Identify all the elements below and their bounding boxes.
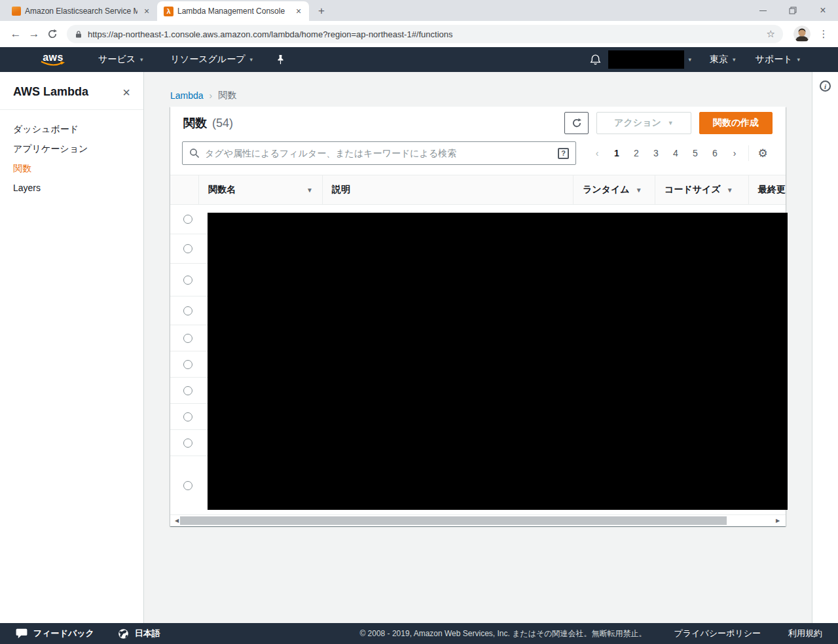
secure-lock-icon: [75, 30, 82, 39]
row-radio-button[interactable]: [183, 306, 192, 315]
breadcrumb-current: 関数: [218, 90, 236, 101]
page-button-1[interactable]: 1: [607, 148, 627, 158]
aws-nav-bar: aws サービス ▾ リソースグループ ▾ ▾ 東京 ▾ サポート: [0, 47, 838, 72]
chevron-down-icon[interactable]: ▾: [688, 56, 691, 63]
actions-dropdown-button[interactable]: アクション ▼: [596, 112, 691, 134]
window-minimize-button[interactable]: [748, 0, 778, 21]
privacy-policy-link[interactable]: プライバシーポリシー: [674, 628, 761, 639]
elasticsearch-favicon-icon: [12, 7, 21, 16]
bookmark-star-icon[interactable]: ☆: [767, 28, 775, 40]
new-tab-button[interactable]: +: [313, 3, 330, 20]
language-selector[interactable]: 日本語: [118, 628, 160, 639]
chevron-down-icon: ▼: [668, 120, 674, 126]
copyright-text: © 2008 - 2019, Amazon Web Services, Inc.…: [359, 628, 646, 639]
breadcrumb-lambda-link[interactable]: Lambda: [170, 90, 204, 101]
browser-toolbar: ← → ☆ ⋮: [0, 21, 838, 47]
row-radio-button[interactable]: [183, 215, 192, 224]
sort-down-icon[interactable]: ▼: [306, 187, 313, 194]
column-description: 説明: [322, 175, 573, 204]
column-function-name[interactable]: 関数名 ▼: [198, 175, 322, 204]
tab-close-icon[interactable]: ×: [141, 6, 152, 16]
nav-resource-groups-menu[interactable]: リソースグループ ▾: [171, 54, 253, 65]
nav-support-label: サポート: [755, 54, 792, 65]
sidebar-item-applications[interactable]: アプリケーション: [0, 139, 143, 158]
minimize-icon: [759, 7, 767, 14]
forward-button[interactable]: →: [25, 25, 43, 43]
create-function-button[interactable]: 関数の作成: [699, 112, 773, 134]
notifications-bell-button[interactable]: [589, 54, 602, 66]
redacted-table-content: [208, 213, 788, 510]
tab-close-icon[interactable]: ×: [293, 6, 304, 16]
row-radio-button[interactable]: [183, 334, 192, 343]
refresh-button[interactable]: [564, 112, 589, 134]
window-controls: ×: [748, 0, 838, 21]
column-runtime[interactable]: ランタイム ▼: [573, 175, 655, 204]
filter-searchbox[interactable]: ?: [182, 141, 576, 165]
page-button-4[interactable]: 4: [666, 148, 685, 158]
page-button-6[interactable]: 6: [705, 148, 725, 158]
search-input[interactable]: [205, 148, 558, 158]
horizontal-scrollbar[interactable]: ◀ ▶: [170, 515, 786, 526]
window-restore-button[interactable]: [778, 0, 808, 21]
search-help-icon[interactable]: ?: [558, 148, 569, 159]
sidebar-item-layers[interactable]: Layers: [0, 178, 143, 198]
settings-gear-icon[interactable]: ⚙: [753, 147, 773, 160]
row-radio-button[interactable]: [183, 386, 192, 395]
sort-down-icon[interactable]: ▼: [727, 187, 733, 194]
scroll-right-icon[interactable]: ▶: [773, 515, 782, 526]
browser-tab-lambda[interactable]: λ Lambda Management Console ×: [157, 1, 309, 21]
page-button-2[interactable]: 2: [627, 148, 646, 158]
column-label: 最終更新: [758, 184, 786, 196]
sort-down-icon[interactable]: ▼: [636, 187, 642, 194]
scrollbar-thumb[interactable]: [180, 516, 727, 525]
browser-tab-elasticsearch[interactable]: Amazon Elasticsearch Service Ma ×: [5, 1, 157, 21]
footer: フィードバック 日本語 © 2008 - 2019, Amazon Web Se…: [0, 623, 838, 644]
row-radio-button[interactable]: [183, 360, 192, 369]
chevron-down-icon: ▾: [733, 56, 736, 63]
browser-titlebar: Amazon Elasticsearch Service Ma × λ Lamb…: [0, 0, 838, 21]
nav-support-menu[interactable]: サポート ▾: [755, 54, 800, 65]
speech-bubble-icon: [16, 628, 27, 639]
help-rail: i: [812, 72, 838, 623]
reload-button[interactable]: [43, 25, 62, 43]
profile-avatar[interactable]: [793, 26, 811, 43]
sidebar-item-dashboard[interactable]: ダッシュボード: [0, 119, 143, 139]
column-last-updated: 最終更新: [748, 175, 786, 204]
row-radio-button[interactable]: [183, 244, 192, 253]
chevron-down-icon: ▾: [797, 56, 800, 63]
account-name-redacted[interactable]: [608, 50, 684, 69]
table-header: 関数名 ▼ 説明 ランタイム ▼ コードサイズ ▼ 最終更新: [170, 175, 786, 205]
tab-title: Amazon Elasticsearch Service Ma: [25, 7, 137, 16]
aws-logo[interactable]: aws: [39, 53, 67, 67]
url-bar[interactable]: ☆: [67, 25, 783, 43]
window-close-button[interactable]: ×: [808, 0, 838, 21]
page-button-3[interactable]: 3: [646, 148, 666, 158]
row-radio-button[interactable]: [183, 438, 192, 448]
info-icon[interactable]: i: [820, 80, 831, 92]
divider: [748, 145, 749, 161]
function-count: (54): [212, 116, 233, 130]
nav-services-menu[interactable]: サービス ▾: [98, 54, 143, 65]
row-radio-button[interactable]: [183, 481, 192, 490]
back-button[interactable]: ←: [7, 25, 25, 43]
actions-label: アクション: [614, 117, 661, 129]
terms-link[interactable]: 利用規約: [788, 628, 822, 639]
next-page-icon[interactable]: ›: [725, 148, 744, 158]
sidebar-close-icon[interactable]: ×: [122, 87, 130, 98]
screen: Amazon Elasticsearch Service Ma × λ Lamb…: [0, 0, 838, 644]
language-label: 日本語: [135, 628, 160, 639]
page-button-5[interactable]: 5: [685, 148, 705, 158]
row-radio-button[interactable]: [183, 276, 192, 285]
column-code-size[interactable]: コードサイズ ▼: [655, 175, 748, 204]
row-radio-button[interactable]: [183, 412, 192, 421]
url-input[interactable]: [88, 29, 763, 39]
previous-page-icon[interactable]: ‹: [587, 148, 607, 158]
nav-pin-button[interactable]: [276, 54, 285, 65]
feedback-button[interactable]: フィードバック: [16, 628, 94, 639]
chevron-right-icon: ›: [210, 90, 213, 101]
browser-menu-icon[interactable]: ⋮: [816, 28, 831, 40]
breadcrumb: Lambda › 関数: [170, 90, 812, 101]
sidebar-item-functions[interactable]: 関数: [0, 158, 143, 178]
nav-region-menu[interactable]: 東京 ▾: [710, 54, 736, 65]
bell-icon: [589, 54, 602, 66]
